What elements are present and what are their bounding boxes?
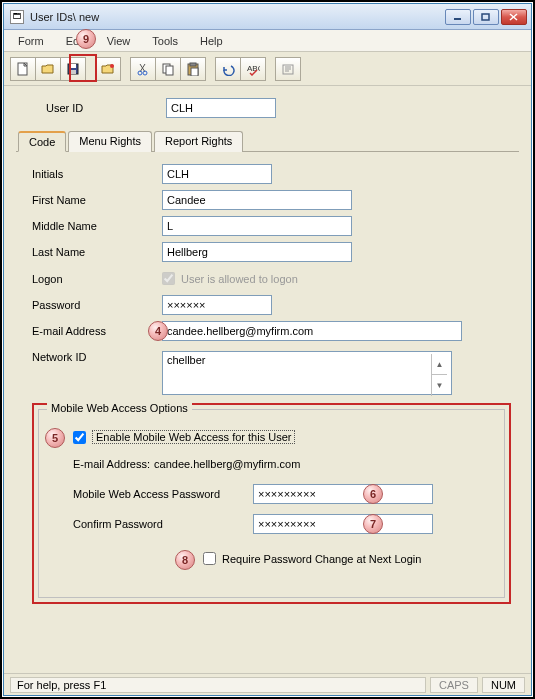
last-name-label: Last Name: [32, 246, 162, 258]
callout-9: 9: [76, 29, 96, 49]
middle-name-input[interactable]: [162, 216, 352, 236]
status-num: NUM: [482, 677, 525, 693]
confirm-password-label: Confirm Password: [73, 518, 253, 530]
callout-8: 8: [175, 550, 195, 570]
toolbar: ABC: [4, 52, 531, 86]
first-name-input[interactable]: [162, 190, 352, 210]
status-help: For help, press F1: [10, 677, 426, 693]
window-title: User IDs\ new: [30, 11, 445, 23]
svg-rect-7: [70, 70, 76, 74]
tab-menu-rights[interactable]: Menu Rights: [68, 131, 152, 152]
maximize-button[interactable]: [473, 9, 499, 25]
mobile-group-legend: Mobile Web Access Options: [47, 402, 192, 414]
password-label: Password: [32, 299, 162, 311]
notes-button[interactable]: [275, 57, 301, 81]
network-id-spin-down[interactable]: ▼: [432, 375, 447, 396]
client-area: User ID Code Menu Rights Report Rights I…: [4, 86, 531, 673]
close-button[interactable]: [501, 9, 527, 25]
statusbar: For help, press F1 CAPS NUM: [4, 673, 531, 695]
callout-7: 7: [363, 514, 383, 534]
spellcheck-button[interactable]: ABC: [240, 57, 266, 81]
menu-view[interactable]: View: [97, 33, 141, 49]
mobile-email-label: E-mail Address:: [73, 458, 150, 470]
last-name-input[interactable]: [162, 242, 352, 262]
logon-checkbox-label: User is allowed to logon: [181, 273, 298, 285]
network-id-value: chellber: [167, 354, 206, 366]
tab-report-rights[interactable]: Report Rights: [154, 131, 243, 152]
require-change-label: Require Password Change at Next Login: [222, 553, 421, 565]
email-label: E-mail Address: [32, 325, 162, 337]
svg-rect-12: [166, 66, 173, 75]
menu-tools[interactable]: Tools: [142, 33, 188, 49]
enable-mobile-label: Enable Mobile Web Access for this User: [92, 430, 295, 444]
initials-input[interactable]: [162, 164, 272, 184]
svg-rect-1: [482, 14, 489, 20]
open-button[interactable]: [35, 57, 61, 81]
svg-rect-14: [190, 63, 196, 66]
svg-rect-15: [191, 68, 198, 76]
paste-button[interactable]: [180, 57, 206, 81]
app-icon: 🗔: [10, 10, 24, 24]
callout-4: 4: [148, 321, 168, 341]
undo-button[interactable]: [215, 57, 241, 81]
require-change-checkbox[interactable]: [203, 552, 216, 565]
cut-button[interactable]: [130, 57, 156, 81]
titlebar: 🗔 User IDs\ new: [4, 4, 531, 30]
first-name-label: First Name: [32, 194, 162, 206]
tab-code[interactable]: Code: [18, 131, 66, 152]
middle-name-label: Middle Name: [32, 220, 162, 232]
tab-code-body: Initials First Name Middle Name Last Nam…: [16, 152, 519, 608]
new-button[interactable]: [10, 57, 36, 81]
mobile-password-input[interactable]: [253, 484, 433, 504]
mobile-email-value: candee.hellberg@myfirm.com: [154, 458, 300, 470]
mobile-group-highlight: Mobile Web Access Options 5 Enable Mobil…: [32, 403, 511, 604]
logon-label: Logon: [32, 273, 162, 285]
logon-checkbox: [162, 272, 175, 285]
network-id-spin-up[interactable]: ▲: [432, 354, 447, 375]
confirm-password-input[interactable]: [253, 514, 433, 534]
folder-button[interactable]: [95, 57, 121, 81]
minimize-button[interactable]: [445, 9, 471, 25]
mobile-password-label: Mobile Web Access Password: [73, 488, 253, 500]
user-id-input[interactable]: [166, 98, 276, 118]
svg-point-8: [110, 64, 114, 68]
copy-button[interactable]: [155, 57, 181, 81]
status-caps: CAPS: [430, 677, 478, 693]
callout-5: 5: [45, 428, 65, 448]
network-id-label: Network ID: [32, 351, 162, 363]
email-input[interactable]: [162, 321, 462, 341]
initials-label: Initials: [32, 168, 162, 180]
mobile-group: Mobile Web Access Options 5 Enable Mobil…: [38, 409, 505, 598]
save-button[interactable]: [60, 57, 86, 81]
tab-strip: Code Menu Rights Report Rights: [16, 130, 519, 152]
user-id-label: User ID: [46, 102, 166, 114]
svg-rect-6: [70, 64, 76, 68]
callout-6: 6: [363, 484, 383, 504]
menu-help[interactable]: Help: [190, 33, 233, 49]
menu-form[interactable]: Form: [8, 33, 54, 49]
svg-text:ABC: ABC: [247, 64, 260, 73]
enable-mobile-checkbox[interactable]: [73, 431, 86, 444]
password-input[interactable]: [162, 295, 272, 315]
window: 🗔 User IDs\ new Form Edit View Tools Hel…: [3, 3, 532, 696]
network-id-input[interactable]: chellber ▲ ▼: [162, 351, 452, 395]
